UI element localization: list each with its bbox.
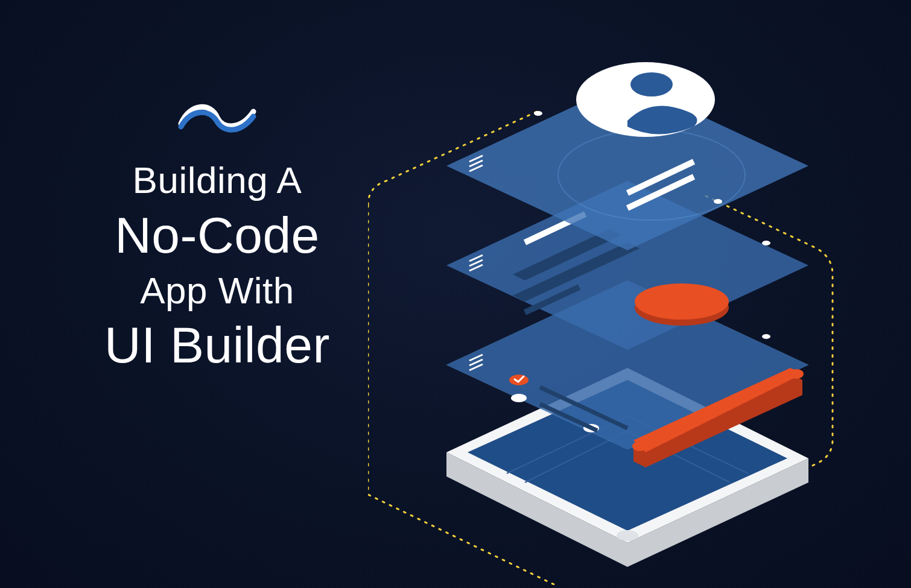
svg-point-28	[635, 283, 729, 320]
check-badge-icon	[509, 375, 529, 385]
backendless-logo-icon	[178, 96, 256, 139]
svg-point-3	[617, 530, 638, 541]
connector-node-icon	[762, 334, 770, 339]
hero-text-block: Building A No-Code App With UI Builder	[72, 96, 362, 377]
svg-point-35	[630, 72, 673, 96]
svg-point-21	[632, 441, 647, 451]
dot-icon	[511, 394, 527, 402]
connector-node-icon	[762, 241, 770, 245]
hero-title: Building A No-Code App With UI Builder	[72, 157, 362, 377]
hero-line-2: No-Code	[72, 204, 362, 267]
hero-line-4: UI Builder	[72, 314, 362, 377]
hero-line-3: App With	[72, 267, 362, 314]
svg-point-20	[789, 369, 804, 379]
connector-node-icon	[534, 111, 542, 116]
hero-line-1: Building A	[72, 157, 362, 204]
isometric-phone-illustration	[368, 6, 863, 585]
avatar-icon	[576, 62, 715, 137]
orange-pill-button	[635, 283, 729, 326]
connector-node-icon	[714, 199, 722, 204]
